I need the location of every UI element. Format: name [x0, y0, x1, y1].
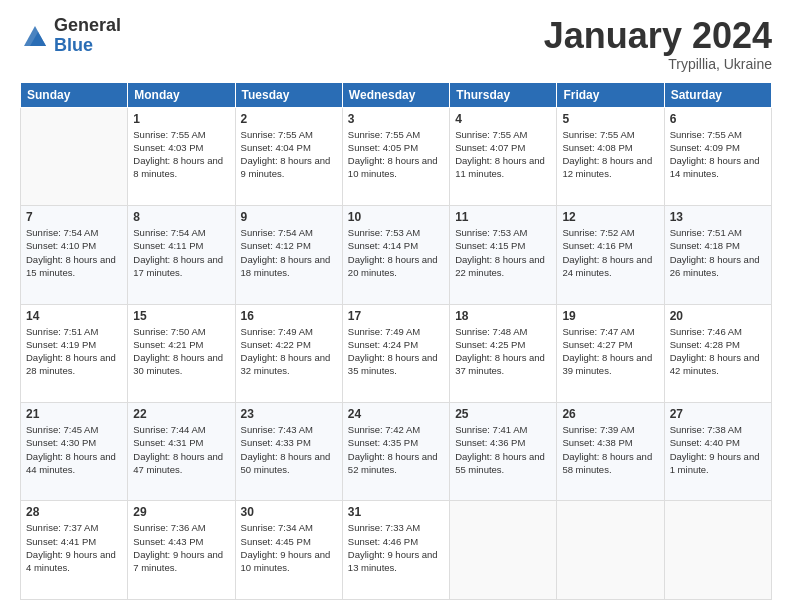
- day-number: 27: [670, 407, 766, 421]
- calendar: SundayMondayTuesdayWednesdayThursdayFrid…: [20, 82, 772, 600]
- logo-general-text: General: [54, 16, 121, 36]
- day-number: 11: [455, 210, 551, 224]
- calendar-cell: 8Sunrise: 7:54 AMSunset: 4:11 PMDaylight…: [128, 206, 235, 304]
- day-info: Sunrise: 7:54 AMSunset: 4:11 PMDaylight:…: [133, 226, 229, 279]
- calendar-cell: 29Sunrise: 7:36 AMSunset: 4:43 PMDayligh…: [128, 501, 235, 600]
- day-info: Sunrise: 7:47 AMSunset: 4:27 PMDaylight:…: [562, 325, 658, 378]
- calendar-cell: 3Sunrise: 7:55 AMSunset: 4:05 PMDaylight…: [342, 107, 449, 205]
- day-number: 26: [562, 407, 658, 421]
- weekday-header-saturday: Saturday: [664, 82, 771, 107]
- day-info: Sunrise: 7:53 AMSunset: 4:15 PMDaylight:…: [455, 226, 551, 279]
- calendar-cell: 13Sunrise: 7:51 AMSunset: 4:18 PMDayligh…: [664, 206, 771, 304]
- day-number: 15: [133, 309, 229, 323]
- day-number: 13: [670, 210, 766, 224]
- day-info: Sunrise: 7:52 AMSunset: 4:16 PMDaylight:…: [562, 226, 658, 279]
- day-info: Sunrise: 7:41 AMSunset: 4:36 PMDaylight:…: [455, 423, 551, 476]
- day-number: 1: [133, 112, 229, 126]
- day-number: 30: [241, 505, 337, 519]
- day-info: Sunrise: 7:44 AMSunset: 4:31 PMDaylight:…: [133, 423, 229, 476]
- day-number: 8: [133, 210, 229, 224]
- weekday-header-monday: Monday: [128, 82, 235, 107]
- calendar-cell: 15Sunrise: 7:50 AMSunset: 4:21 PMDayligh…: [128, 304, 235, 402]
- day-number: 3: [348, 112, 444, 126]
- logo-icon: [20, 22, 50, 50]
- day-info: Sunrise: 7:45 AMSunset: 4:30 PMDaylight:…: [26, 423, 122, 476]
- logo-blue-text: Blue: [54, 36, 121, 56]
- day-info: Sunrise: 7:55 AMSunset: 4:05 PMDaylight:…: [348, 128, 444, 181]
- calendar-cell: 18Sunrise: 7:48 AMSunset: 4:25 PMDayligh…: [450, 304, 557, 402]
- title-block: January 2024 Trypillia, Ukraine: [544, 16, 772, 72]
- calendar-cell: 25Sunrise: 7:41 AMSunset: 4:36 PMDayligh…: [450, 403, 557, 501]
- day-number: 29: [133, 505, 229, 519]
- calendar-cell: [557, 501, 664, 600]
- weekday-header-friday: Friday: [557, 82, 664, 107]
- day-number: 24: [348, 407, 444, 421]
- day-info: Sunrise: 7:53 AMSunset: 4:14 PMDaylight:…: [348, 226, 444, 279]
- week-row-3: 14Sunrise: 7:51 AMSunset: 4:19 PMDayligh…: [21, 304, 772, 402]
- day-info: Sunrise: 7:54 AMSunset: 4:12 PMDaylight:…: [241, 226, 337, 279]
- location-subtitle: Trypillia, Ukraine: [544, 56, 772, 72]
- calendar-cell: 28Sunrise: 7:37 AMSunset: 4:41 PMDayligh…: [21, 501, 128, 600]
- week-row-4: 21Sunrise: 7:45 AMSunset: 4:30 PMDayligh…: [21, 403, 772, 501]
- week-row-1: 1Sunrise: 7:55 AMSunset: 4:03 PMDaylight…: [21, 107, 772, 205]
- calendar-cell: 30Sunrise: 7:34 AMSunset: 4:45 PMDayligh…: [235, 501, 342, 600]
- day-info: Sunrise: 7:38 AMSunset: 4:40 PMDaylight:…: [670, 423, 766, 476]
- calendar-cell: 2Sunrise: 7:55 AMSunset: 4:04 PMDaylight…: [235, 107, 342, 205]
- day-info: Sunrise: 7:33 AMSunset: 4:46 PMDaylight:…: [348, 521, 444, 574]
- day-number: 10: [348, 210, 444, 224]
- day-info: Sunrise: 7:49 AMSunset: 4:24 PMDaylight:…: [348, 325, 444, 378]
- day-info: Sunrise: 7:55 AMSunset: 4:04 PMDaylight:…: [241, 128, 337, 181]
- day-number: 12: [562, 210, 658, 224]
- calendar-cell: 5Sunrise: 7:55 AMSunset: 4:08 PMDaylight…: [557, 107, 664, 205]
- calendar-cell: 9Sunrise: 7:54 AMSunset: 4:12 PMDaylight…: [235, 206, 342, 304]
- calendar-cell: 1Sunrise: 7:55 AMSunset: 4:03 PMDaylight…: [128, 107, 235, 205]
- calendar-cell: [664, 501, 771, 600]
- calendar-cell: 19Sunrise: 7:47 AMSunset: 4:27 PMDayligh…: [557, 304, 664, 402]
- day-number: 28: [26, 505, 122, 519]
- logo-text: General Blue: [54, 16, 121, 56]
- calendar-cell: 10Sunrise: 7:53 AMSunset: 4:14 PMDayligh…: [342, 206, 449, 304]
- day-number: 4: [455, 112, 551, 126]
- week-row-2: 7Sunrise: 7:54 AMSunset: 4:10 PMDaylight…: [21, 206, 772, 304]
- day-info: Sunrise: 7:34 AMSunset: 4:45 PMDaylight:…: [241, 521, 337, 574]
- day-number: 7: [26, 210, 122, 224]
- calendar-cell: 7Sunrise: 7:54 AMSunset: 4:10 PMDaylight…: [21, 206, 128, 304]
- day-number: 14: [26, 309, 122, 323]
- day-info: Sunrise: 7:49 AMSunset: 4:22 PMDaylight:…: [241, 325, 337, 378]
- day-number: 22: [133, 407, 229, 421]
- calendar-cell: 20Sunrise: 7:46 AMSunset: 4:28 PMDayligh…: [664, 304, 771, 402]
- calendar-cell: 6Sunrise: 7:55 AMSunset: 4:09 PMDaylight…: [664, 107, 771, 205]
- day-info: Sunrise: 7:43 AMSunset: 4:33 PMDaylight:…: [241, 423, 337, 476]
- calendar-cell: 4Sunrise: 7:55 AMSunset: 4:07 PMDaylight…: [450, 107, 557, 205]
- day-info: Sunrise: 7:55 AMSunset: 4:09 PMDaylight:…: [670, 128, 766, 181]
- day-info: Sunrise: 7:48 AMSunset: 4:25 PMDaylight:…: [455, 325, 551, 378]
- day-number: 19: [562, 309, 658, 323]
- header: General Blue January 2024 Trypillia, Ukr…: [20, 16, 772, 72]
- weekday-header-tuesday: Tuesday: [235, 82, 342, 107]
- day-number: 23: [241, 407, 337, 421]
- day-number: 20: [670, 309, 766, 323]
- day-number: 25: [455, 407, 551, 421]
- day-number: 21: [26, 407, 122, 421]
- day-number: 5: [562, 112, 658, 126]
- day-info: Sunrise: 7:54 AMSunset: 4:10 PMDaylight:…: [26, 226, 122, 279]
- day-number: 31: [348, 505, 444, 519]
- calendar-cell: 23Sunrise: 7:43 AMSunset: 4:33 PMDayligh…: [235, 403, 342, 501]
- day-info: Sunrise: 7:50 AMSunset: 4:21 PMDaylight:…: [133, 325, 229, 378]
- calendar-cell: 31Sunrise: 7:33 AMSunset: 4:46 PMDayligh…: [342, 501, 449, 600]
- day-info: Sunrise: 7:39 AMSunset: 4:38 PMDaylight:…: [562, 423, 658, 476]
- day-info: Sunrise: 7:51 AMSunset: 4:19 PMDaylight:…: [26, 325, 122, 378]
- day-number: 16: [241, 309, 337, 323]
- weekday-header-sunday: Sunday: [21, 82, 128, 107]
- day-number: 6: [670, 112, 766, 126]
- calendar-cell: 12Sunrise: 7:52 AMSunset: 4:16 PMDayligh…: [557, 206, 664, 304]
- weekday-header-wednesday: Wednesday: [342, 82, 449, 107]
- day-number: 2: [241, 112, 337, 126]
- logo: General Blue: [20, 16, 121, 56]
- day-info: Sunrise: 7:42 AMSunset: 4:35 PMDaylight:…: [348, 423, 444, 476]
- calendar-cell: 27Sunrise: 7:38 AMSunset: 4:40 PMDayligh…: [664, 403, 771, 501]
- calendar-cell: 24Sunrise: 7:42 AMSunset: 4:35 PMDayligh…: [342, 403, 449, 501]
- month-title: January 2024: [544, 16, 772, 56]
- calendar-cell: 11Sunrise: 7:53 AMSunset: 4:15 PMDayligh…: [450, 206, 557, 304]
- calendar-cell: 14Sunrise: 7:51 AMSunset: 4:19 PMDayligh…: [21, 304, 128, 402]
